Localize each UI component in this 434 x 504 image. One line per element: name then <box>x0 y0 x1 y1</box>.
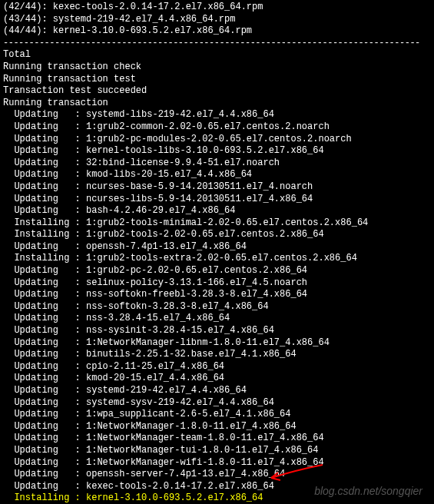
operation-line: Updating : openssh-7.4p1-13.el7_4.x86_64 <box>3 241 431 254</box>
summary-line: Running transaction <box>3 98 431 110</box>
operation-line: Updating : 1:NetworkManager-1.8.0-11.el7… <box>3 421 431 433</box>
operation-line: Updating : 1:NetworkManager-tui-1.8.0-11… <box>3 445 431 457</box>
operation-line: Updating : 1:grub2-common-2.02-0.65.el7.… <box>3 121 431 134</box>
operation-line: Updating : systemd-libs-219-42.el7_4.4.x… <box>3 109 431 121</box>
operation-line: Updating : nss-softokn-3.28.3-8.el7_4.x8… <box>3 301 431 313</box>
operation-line: Updating : cpio-2.11-25.el7_4.x86_64 <box>3 361 431 373</box>
operation-line: Updating : kexec-tools-2.0.14-17.2.el7.x… <box>3 481 431 493</box>
operation-line: Updating : ncurses-libs-5.9-14.20130511.… <box>3 194 431 206</box>
operation-line: Updating : kmod-20-15.el7_4.4.x86_64 <box>3 373 431 385</box>
operation-line: Updating : 1:grub2-pc-modules-2.02-0.65.… <box>3 134 431 146</box>
operation-line: Updating : kmod-libs-20-15.el7_4.4.x86_6… <box>3 169 431 181</box>
operation-line: Updating : nss-sysinit-3.28.4-15.el7_4.x… <box>3 325 431 337</box>
operation-line: Updating : 1:NetworkManager-team-1.8.0-1… <box>3 433 431 445</box>
operation-line: Updating : nss-softokn-freebl-3.28.3-8.e… <box>3 289 431 301</box>
operation-line: Installing : 1:grub2-tools-extra-2.02-0.… <box>3 253 431 265</box>
operation-line: Updating : 1:grub2-pc-2.02-0.65.el7.cent… <box>3 265 431 277</box>
operation-line: Updating : 1:NetworkManager-wifi-1.8.0-1… <box>3 457 431 469</box>
terminal-output: (42/44): kexec-tools-2.0.14-17.2.el7.x86… <box>3 2 431 504</box>
summary-line: Running transaction check <box>3 61 431 74</box>
operation-line: Updating : 32:bind-license-9.9.4-51.el7.… <box>3 158 431 170</box>
operation-line: Installing : 1:grub2-tools-minimal-2.02-… <box>3 217 431 230</box>
operation-line: Updating : systemd-sysv-219-42.el7_4.4.x… <box>3 397 431 410</box>
download-line: (44/44): kernel-3.10.0-693.5.2.el7.x86_6… <box>3 25 431 38</box>
operation-line: Updating : 1:NetworkManager-libnm-1.8.0-… <box>3 337 431 350</box>
summary-line: Total <box>3 49 431 61</box>
operation-line: Updating : systemd-219-42.el7_4.4.x86_64 <box>3 385 431 397</box>
summary-line: Transaction test succeeded <box>3 85 431 98</box>
operation-line: Updating : openssh-server-7.4p1-13.el7_4… <box>3 469 431 481</box>
download-line: (42/44): kexec-tools-2.0.14-17.2.el7.x86… <box>3 2 431 14</box>
operation-line: Installing : kernel-3.10.0-693.5.2.el7.x… <box>3 492 431 504</box>
operation-line: Updating : nss-3.28.4-15.el7_4.x86_64 <box>3 313 431 325</box>
operation-line: Installing : 1:grub2-tools-2.02-0.65.el7… <box>3 229 431 241</box>
operation-line: Updating : binutils-2.25.1-32.base.el7_4… <box>3 349 431 361</box>
separator: ----------------------------------------… <box>3 38 431 50</box>
summary-line: Running transaction test <box>3 74 431 86</box>
operation-line: Updating : kernel-tools-libs-3.10.0-693.… <box>3 145 431 158</box>
operation-line: Updating : 1:wpa_supplicant-2.6-5.el7_4.… <box>3 409 431 421</box>
operation-line: Updating : ncurses-base-5.9-14.20130511.… <box>3 181 431 194</box>
download-line: (43/44): systemd-219-42.el7_4.4.x86_64.r… <box>3 14 431 26</box>
operation-line: Updating : selinux-policy-3.13.1-166.el7… <box>3 277 431 290</box>
operation-line: Updating : bash-4.2.46-29.el7_4.x86_64 <box>3 205 431 217</box>
